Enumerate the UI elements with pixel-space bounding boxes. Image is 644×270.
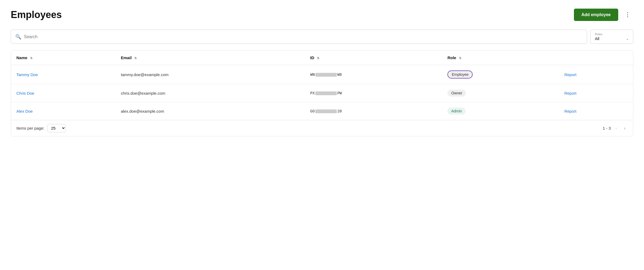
employee-id-cell: PXPW	[305, 84, 442, 102]
col-name-label: Name	[16, 55, 27, 60]
employee-email: tammy.doe@example.com	[121, 72, 169, 77]
pagination-range: 1 - 3	[603, 126, 611, 130]
employee-actions-cell: Report	[559, 65, 633, 84]
pagination-controls: 1 - 3 ‹ ›	[603, 125, 628, 132]
employee-actions-cell: Report	[559, 84, 633, 102]
header-actions: Add employee ⋮	[574, 9, 633, 21]
employees-table: Name ⇅ Email ⇅ ID ⇅ Role ⇅	[11, 51, 633, 120]
id-prefix: WN	[310, 72, 315, 77]
search-input[interactable]	[24, 31, 583, 43]
pagination-prev-button[interactable]: ‹	[613, 125, 619, 132]
role-sort-icon: ⇅	[459, 56, 461, 60]
name-sort-icon: ⇅	[30, 56, 32, 60]
report-link[interactable]: Report	[564, 91, 576, 95]
employee-name-cell: Tammy Doe	[11, 65, 115, 84]
employee-name-link[interactable]: Chris Doe	[16, 91, 34, 95]
report-link[interactable]: Report	[564, 109, 576, 113]
roles-value-row: All ⌄	[595, 36, 629, 41]
report-link[interactable]: Report	[564, 72, 576, 77]
page-header: Employees Add employee ⋮	[11, 9, 633, 21]
id-blurred	[315, 73, 337, 77]
employee-name-link[interactable]: Tammy Doe	[16, 72, 38, 77]
id-prefix: PX	[310, 91, 315, 95]
table-row: Alex Doe alex.doe@example.com GO20 Admin…	[11, 102, 633, 120]
id-prefix: GO	[310, 109, 315, 113]
col-email[interactable]: Email ⇅	[115, 51, 305, 65]
col-role-label: Role	[447, 55, 456, 60]
roles-dropdown[interactable]: Roles All ⌄	[590, 30, 633, 44]
id-suffix: W8	[337, 72, 342, 77]
table-row: Chris Doe chris.doe@example.com PXPW Own…	[11, 84, 633, 102]
per-page-select[interactable]: 25 50 100	[47, 124, 66, 132]
id-suffix: 20	[337, 109, 342, 113]
items-per-page-control: Items per page: 25 50 100	[16, 124, 66, 132]
email-sort-icon: ⇅	[134, 56, 137, 60]
employee-email: alex.doe@example.com	[121, 109, 164, 113]
id-blurred	[315, 91, 337, 95]
table-footer: Items per page: 25 50 100 1 - 3 ‹ ›	[11, 120, 633, 136]
employee-actions-cell: Report	[559, 102, 633, 120]
employee-email-cell: tammy.doe@example.com	[115, 65, 305, 84]
col-actions	[559, 51, 633, 65]
page-title: Employees	[11, 9, 62, 20]
employee-name-link[interactable]: Alex Doe	[16, 109, 33, 113]
roles-filter-value: All	[595, 36, 599, 41]
col-id[interactable]: ID ⇅	[305, 51, 442, 65]
employee-name-cell: Alex Doe	[11, 102, 115, 120]
id-sort-icon: ⇅	[317, 56, 319, 60]
table-header-row: Name ⇅ Email ⇅ ID ⇅ Role ⇅	[11, 51, 633, 65]
items-per-page-label: Items per page:	[16, 126, 44, 130]
add-employee-button[interactable]: Add employee	[574, 9, 618, 21]
pagination-next-button[interactable]: ›	[622, 125, 628, 132]
col-id-label: ID	[310, 55, 314, 60]
employee-email-cell: chris.doe@example.com	[115, 84, 305, 102]
employee-email: chris.doe@example.com	[121, 91, 165, 95]
employee-role-cell: Admin	[442, 102, 559, 120]
role-badge: Owner	[447, 90, 466, 97]
employee-id-cell: WNW8	[305, 65, 442, 84]
more-menu-button[interactable]: ⋮	[623, 10, 633, 19]
col-role[interactable]: Role ⇅	[442, 51, 559, 65]
col-email-label: Email	[121, 55, 132, 60]
employee-email-cell: alex.doe@example.com	[115, 102, 305, 120]
roles-filter-label: Roles	[595, 33, 629, 36]
employee-name-cell: Chris Doe	[11, 84, 115, 102]
employee-role-cell: Employee	[442, 65, 559, 84]
search-icon: 🔍	[15, 34, 21, 40]
col-name[interactable]: Name ⇅	[11, 51, 115, 65]
employee-id-cell: GO20	[305, 102, 442, 120]
table-row: Tammy Doe tammy.doe@example.com WNW8 Emp…	[11, 65, 633, 84]
chevron-down-icon: ⌄	[626, 37, 629, 41]
role-badge: Admin	[447, 108, 466, 115]
employees-table-container: Name ⇅ Email ⇅ ID ⇅ Role ⇅	[11, 50, 633, 136]
search-box: 🔍	[11, 30, 587, 44]
role-badge: Employee	[447, 70, 473, 79]
id-suffix: PW	[337, 91, 342, 95]
employee-role-cell: Owner	[442, 84, 559, 102]
id-blurred	[315, 109, 337, 113]
filter-row: 🔍 Roles All ⌄	[11, 30, 633, 44]
